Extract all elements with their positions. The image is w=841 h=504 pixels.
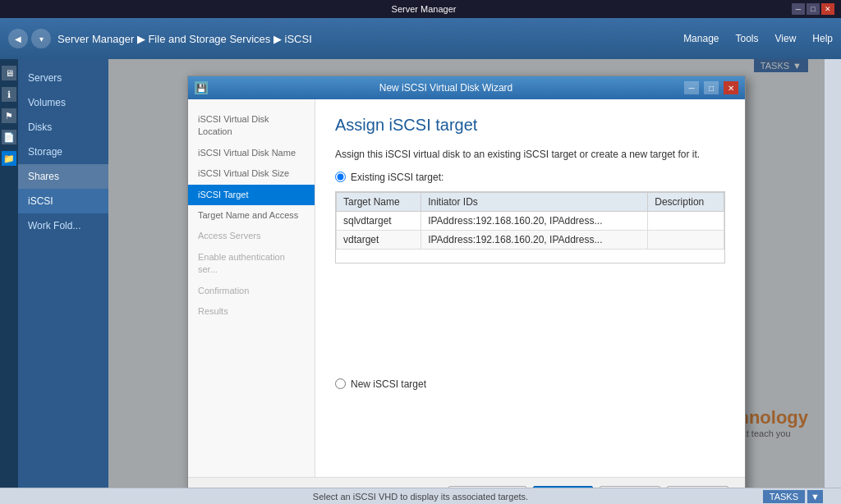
row1-target: sqlvdtarget: [337, 211, 421, 230]
modal-footer: < Previous Next > Create Cancel: [188, 477, 745, 488]
modal-overlay: 💾 New iSCSI Virtual Disk Wizard ─ □ ✕ iS…: [108, 59, 825, 488]
existing-target-label[interactable]: Existing iSCSI target:: [335, 172, 725, 183]
view-menu[interactable]: View: [775, 33, 797, 44]
target-table-wrapper: Target Name Initiator IDs Description sq…: [335, 191, 725, 263]
sidebar-label-shares: Shares: [28, 171, 59, 182]
sidebar-item-storage[interactable]: Storage: [18, 140, 108, 164]
row1-initiator: IPAddress:192.168.160.20, IPAddress...: [421, 211, 648, 230]
wizard-step-name: iSCSI Virtual Disk Name: [188, 143, 315, 163]
row2-target: vdtarget: [337, 230, 421, 249]
sidebar-label-storage: Storage: [28, 146, 62, 158]
previous-button[interactable]: < Previous: [448, 486, 526, 488]
modal-minimize-button[interactable]: ─: [684, 81, 699, 94]
target-table: Target Name Initiator IDs Description sq…: [336, 192, 724, 250]
wizard-step-location: iSCSI Virtual Disk Location: [188, 109, 315, 143]
modal-title-text: New iSCSI Virtual Disk Wizard: [213, 82, 679, 94]
wizard-step-target: iSCSI Target: [188, 185, 315, 205]
col-description: Description: [648, 192, 724, 211]
wizard-content: Assign iSCSI target Assign this iSCSI vi…: [315, 99, 745, 477]
content-area: TASKS ▼ HighTechnology Technology that t…: [108, 59, 825, 488]
sidebar-icon-info[interactable]: ℹ: [2, 87, 16, 102]
row2-initiator: IPAddress:192.168.160.20, IPAddress...: [421, 230, 648, 249]
sidebar-icon-servers[interactable]: 🖥: [2, 66, 16, 80]
wizard-step-results: Results: [188, 301, 315, 322]
sidebar: Servers Volumes Disks Storage Shares iSC…: [18, 59, 108, 488]
sidebar-item-servers[interactable]: Servers: [18, 66, 108, 90]
close-button[interactable]: ✕: [821, 3, 834, 15]
wizard-step-confirmation: Confirmation: [188, 281, 315, 301]
cancel-button[interactable]: Cancel: [667, 486, 728, 488]
modal-close-button[interactable]: ✕: [724, 81, 738, 94]
wizard-step-target-name: Target Name and Access: [188, 205, 315, 226]
title-bar-controls: ─ □ ✕: [792, 3, 834, 15]
sidebar-icon-folder[interactable]: 📁: [2, 151, 16, 166]
sidebar-icon-flag[interactable]: ⚑: [2, 108, 16, 123]
wizard-modal: 💾 New iSCSI Virtual Disk Wizard ─ □ ✕ iS…: [187, 76, 746, 488]
sidebar-item-disks[interactable]: Disks: [18, 115, 108, 140]
new-target-group: New iSCSI target: [335, 378, 725, 390]
tasks-footer-label: TASKS: [763, 490, 805, 503]
wizard-steps: iSCSI Virtual Disk Location iSCSI Virtua…: [188, 99, 315, 477]
existing-target-group: Existing iSCSI target:: [335, 172, 725, 183]
modal-titlebar: 💾 New iSCSI Virtual Disk Wizard ─ □ ✕: [188, 76, 745, 99]
sidebar-item-iscsi[interactable]: iSCSI: [18, 189, 108, 213]
sidebar-label-servers: Servers: [28, 72, 62, 84]
table-row[interactable]: vdtarget IPAddress:192.168.160.20, IPAdd…: [337, 230, 724, 249]
app-status-bar: Select an iSCSI VHD to display its assoc…: [0, 488, 841, 504]
new-target-text: New iSCSI target: [351, 378, 426, 390]
existing-target-text: Existing iSCSI target:: [351, 172, 443, 183]
help-menu[interactable]: Help: [812, 33, 833, 44]
sidebar-label-volumes: Volumes: [28, 97, 66, 108]
title-bar: Server Manager ─ □ ✕: [0, 0, 841, 18]
right-scrollbar: [825, 59, 841, 488]
maximize-button[interactable]: □: [807, 3, 820, 15]
tasks-footer-chevron: ▼: [807, 490, 823, 503]
title-bar-text: Server Manager: [56, 4, 792, 14]
manage-menu[interactable]: Manage: [683, 33, 719, 44]
col-initiator-ids: Initiator IDs: [421, 192, 648, 211]
tasks-footer[interactable]: TASKS ▼: [763, 492, 823, 502]
modal-body: iSCSI Virtual Disk Location iSCSI Virtua…: [188, 99, 745, 477]
wizard-step-access: Access Servers: [188, 226, 315, 246]
wizard-step-size: iSCSI Virtual Disk Size: [188, 163, 315, 184]
wizard-step-auth: Enable authentication ser...: [188, 247, 315, 281]
main-layout: 🖥 ℹ ⚑ 📄 📁 Servers Volumes Disks Storage …: [0, 59, 841, 488]
sidebar-item-volumes[interactable]: Volumes: [18, 90, 108, 115]
minimize-button[interactable]: ─: [792, 3, 805, 15]
status-text: Select an iSCSI VHD to display its assoc…: [313, 492, 528, 502]
col-target-name: Target Name: [337, 192, 421, 211]
sidebar-item-shares[interactable]: Shares: [18, 164, 108, 189]
toolbar-right: Manage Tools View Help: [683, 33, 833, 44]
row2-desc: [648, 230, 724, 249]
sidebar-label-iscsi: iSCSI: [28, 195, 53, 207]
modal-maximize-button[interactable]: □: [704, 81, 719, 94]
forward-button[interactable]: ▾: [31, 29, 51, 48]
new-target-label[interactable]: New iSCSI target: [335, 378, 725, 390]
sidebar-icon-files[interactable]: 📄: [2, 130, 16, 144]
new-target-radio[interactable]: [335, 378, 346, 389]
tools-menu[interactable]: Tools: [736, 33, 759, 44]
table-row[interactable]: sqlvdtarget IPAddress:192.168.160.20, IP…: [337, 211, 724, 230]
modal-title-icon: 💾: [195, 81, 208, 94]
back-button[interactable]: ◀: [8, 29, 28, 48]
existing-target-radio[interactable]: [335, 172, 346, 182]
breadcrumb: Server Manager ▶ File and Storage Servic…: [57, 33, 312, 45]
create-button[interactable]: Create: [600, 486, 660, 488]
sidebar-item-workfolders[interactable]: Work Fold...: [18, 213, 108, 238]
sidebar-label-workfolders: Work Fold...: [28, 220, 80, 231]
app-container: ◀ ▾ Server Manager ▶ File and Storage Se…: [0, 18, 841, 504]
row1-desc: [648, 211, 724, 230]
wizard-description: Assign this iSCSI virtual disk to an exi…: [335, 148, 725, 162]
toolbar: ◀ ▾ Server Manager ▶ File and Storage Se…: [0, 18, 841, 59]
wizard-heading: Assign iSCSI target: [335, 116, 725, 135]
sidebar-label-disks: Disks: [28, 121, 52, 133]
next-button[interactable]: Next >: [533, 486, 593, 488]
toolbar-nav: ◀ ▾: [8, 29, 51, 48]
